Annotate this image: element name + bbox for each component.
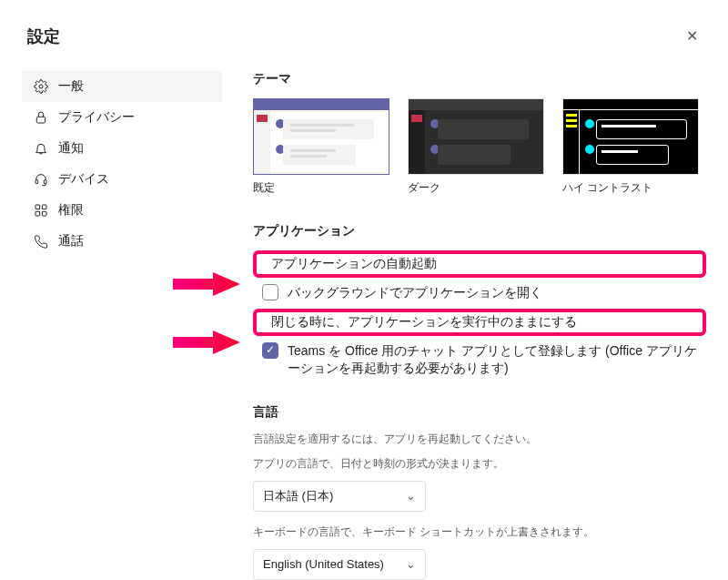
settings-main: テーマ 既定 ダーク [253, 71, 706, 580]
sidebar-item-label: デバイス [58, 171, 109, 188]
theme-option-dark[interactable]: ダーク [408, 98, 544, 196]
svg-rect-7 [42, 211, 46, 216]
checkbox-label: Teams を Office 用のチャット アプリとして登録します (Offic… [288, 342, 697, 378]
sidebar-item-privacy[interactable]: プライバシー [22, 102, 222, 133]
svg-rect-3 [44, 180, 46, 184]
theme-preview [253, 98, 389, 175]
lock-icon [33, 109, 49, 126]
theme-preview [562, 98, 699, 175]
apps-icon [33, 202, 49, 219]
dropdown-value: English (United States) [263, 557, 384, 571]
app-language-note: アプリの言語で、日付と時刻の形式が決まります。 [253, 456, 706, 472]
checkbox-row-auto-start[interactable]: アプリケーションの自動起動 [253, 250, 706, 278]
close-button[interactable]: ✕ [682, 27, 701, 46]
sidebar-item-label: 権限 [58, 202, 84, 219]
language-restart-note: 言語設定を適用するには、アプリを再起動してください。 [253, 432, 706, 447]
gear-icon [33, 78, 49, 95]
annotation-arrow-icon [173, 272, 240, 296]
checkbox-icon[interactable] [262, 284, 278, 300]
keyboard-language-select[interactable]: English (United States) ⌄ [253, 549, 426, 580]
svg-marker-9 [173, 331, 240, 354]
language-section-title: 言語 [253, 404, 706, 421]
theme-option-high-contrast[interactable]: ハイ コントラスト [562, 98, 699, 196]
theme-option-default[interactable]: 既定 [253, 98, 389, 196]
sidebar-item-label: 一般 [58, 78, 84, 95]
sidebar-item-notifications[interactable]: 通知 [22, 133, 222, 164]
dropdown-value: 日本語 (日本) [263, 488, 333, 504]
chevron-down-icon: ⌄ [406, 489, 416, 503]
theme-label: ハイ コントラスト [562, 180, 699, 196]
svg-rect-4 [35, 205, 40, 209]
svg-point-0 [39, 85, 43, 88]
checkbox-label: アプリケーションの自動起動 [271, 256, 437, 272]
theme-preview [408, 98, 544, 175]
sidebar-item-calls[interactable]: 通話 [22, 226, 222, 257]
sidebar-item-label: 通知 [58, 140, 84, 157]
theme-label: 既定 [253, 180, 389, 196]
keyboard-language-note: キーボードの言語で、キーボード ショートカットが上書きされます。 [253, 524, 706, 540]
checkbox-label: バックグラウンドでアプリケーションを開く [288, 284, 542, 302]
chevron-down-icon: ⌄ [406, 557, 416, 571]
phone-icon [33, 233, 49, 249]
checkbox-row-keep-running[interactable]: 閉じる時に、アプリケーションを実行中のままにする [253, 309, 706, 336]
sidebar-item-general[interactable]: 一般 [22, 71, 222, 102]
theme-section-title: テーマ [253, 71, 706, 87]
application-section-title: アプリケーション [253, 223, 706, 239]
svg-rect-6 [35, 211, 40, 216]
svg-rect-1 [36, 117, 45, 123]
checkbox-label: 閉じる時に、アプリケーションを実行中のままにする [271, 314, 577, 331]
sidebar-item-devices[interactable]: デバイス [22, 164, 222, 195]
annotation-arrow-icon [173, 331, 240, 354]
settings-sidebar: 一般 プライバシー 通知 デバイス 権限 [22, 71, 222, 257]
checkbox-row-register-office[interactable]: ✓ Teams を Office 用のチャット アプリとして登録します (Off… [253, 338, 706, 382]
app-language-select[interactable]: 日本語 (日本) ⌄ [253, 481, 426, 512]
settings-dialog: 設定 ✕ 一般 プライバシー 通知 デバイス [0, 0, 728, 580]
svg-marker-8 [173, 272, 240, 296]
sidebar-item-label: プライバシー [58, 109, 135, 126]
checkbox-checked-icon[interactable]: ✓ [262, 342, 278, 359]
theme-label: ダーク [408, 180, 544, 196]
svg-rect-5 [42, 205, 46, 209]
bell-icon [33, 140, 49, 157]
sidebar-item-permissions[interactable]: 権限 [22, 195, 222, 226]
sidebar-item-label: 通話 [58, 233, 84, 249]
theme-options: 既定 ダーク ハイ コントラスト [253, 98, 706, 196]
application-options: アプリケーションの自動起動 バックグラウンドでアプリケーションを開く 閉じる時に… [253, 250, 706, 382]
svg-rect-2 [35, 180, 38, 184]
checkbox-row-open-background[interactable]: バックグラウンドでアプリケーションを開く [253, 280, 706, 307]
headset-icon [33, 171, 49, 188]
page-title: 設定 [27, 25, 60, 47]
